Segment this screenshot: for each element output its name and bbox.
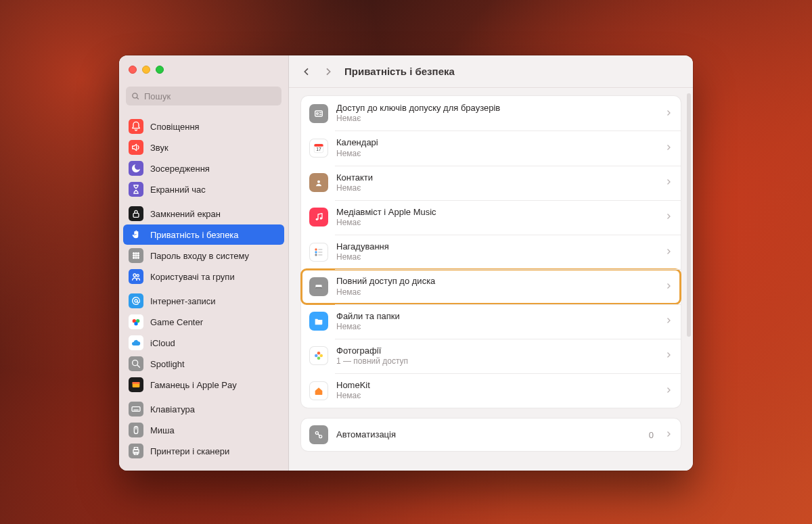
chevron-right-icon	[664, 281, 673, 293]
svg-point-14	[137, 275, 139, 277]
sidebar-item[interactable]: Звук	[123, 137, 284, 158]
sidebar-group: Замкнений екранПриватність і безпекаПаро…	[123, 204, 284, 287]
sidebar-item[interactable]: iCloud	[123, 333, 284, 353]
row-title: Доступ до ключів допуску для браузерів	[336, 103, 656, 114]
settings-row[interactable]: Фотографії1 — повний доступ	[301, 339, 681, 373]
svg-line-1	[137, 97, 139, 99]
settings-row[interactable]: 17КалендаріНемає	[301, 130, 681, 165]
svg-point-51	[315, 354, 318, 358]
row-text: Медіавміст і Apple MusicНемає	[336, 207, 656, 228]
search-icon	[129, 356, 143, 371]
row-subtitle: Немає	[336, 252, 656, 262]
folder-icon	[309, 312, 328, 331]
sidebar-item[interactable]: Замкнений екран	[123, 204, 284, 224]
wallet-icon	[129, 377, 143, 392]
row-title: Контакти	[336, 172, 656, 183]
svg-point-37	[317, 181, 320, 183]
settings-row[interactable]: Повний доступ до дискаНемає	[301, 269, 681, 304]
nav-back-button[interactable]	[298, 64, 315, 80]
sidebar-item-label: Замкнений екран	[150, 209, 279, 219]
svg-rect-28	[134, 448, 137, 450]
sidebar-item[interactable]: Гаманець і Apple Pay	[123, 375, 284, 395]
sidebar-item-label: Звук	[150, 143, 279, 153]
sidebar-item[interactable]: Клавіатура	[123, 399, 284, 419]
svg-text:17: 17	[316, 147, 321, 151]
settings-panel: Автоматизація0	[301, 419, 681, 451]
chevron-right-icon	[323, 66, 334, 77]
content-header: Приватність і безпека	[289, 55, 693, 88]
sidebar-item[interactable]: Миша	[123, 420, 284, 440]
sidebar-item[interactable]: Принтери і сканери	[123, 441, 284, 461]
sidebar-item-label: Принтери і сканери	[150, 446, 279, 456]
users-icon	[129, 269, 143, 284]
sidebar-item[interactable]: Spotlight	[123, 354, 284, 374]
svg-point-18	[134, 322, 137, 325]
bell-icon	[129, 119, 143, 134]
nav-forward-button[interactable]	[320, 64, 336, 80]
sidebar-item-label: Spotlight	[150, 359, 279, 369]
svg-point-50	[317, 357, 321, 360]
sidebar-item[interactable]: Екранний час	[123, 179, 284, 199]
settings-row[interactable]: Доступ до ключів допуску для браузерівНе…	[301, 96, 681, 130]
printer-icon	[129, 444, 143, 458]
row-subtitle: Немає	[336, 114, 656, 124]
disk-icon	[309, 277, 328, 296]
row-title: Медіавміст і Apple Music	[336, 207, 656, 218]
sidebar-item[interactable]: Приватність і безпека	[123, 224, 284, 245]
sidebar-item[interactable]: Зосередження	[123, 158, 284, 178]
search-icon	[131, 92, 140, 101]
svg-point-11	[135, 257, 137, 258]
settings-row[interactable]: НагадуванняНемає	[301, 235, 681, 269]
sidebar-item[interactable]: Game Center	[123, 312, 284, 332]
chevron-right-icon	[664, 350, 673, 362]
sidebar-group: СповіщенняЗвукЗосередженняЕкранний час	[123, 116, 284, 199]
sidebar-list: СповіщенняЗвукЗосередженняЕкранний часЗа…	[119, 112, 288, 471]
chevron-right-icon	[664, 315, 673, 327]
zoom-window-button[interactable]	[156, 66, 164, 74]
sidebar-group: КлавіатураМишаПринтери і сканери	[123, 399, 284, 461]
content-area: Приватність і безпека Доступ до ключів д…	[288, 55, 693, 471]
home-icon	[309, 381, 328, 400]
svg-point-49	[320, 354, 323, 358]
row-text: HomeKitНемає	[336, 380, 656, 401]
sidebar-item-label: Інтернет-записи	[150, 296, 279, 306]
row-text: КонтактиНемає	[336, 172, 656, 193]
sidebar-item-label: Game Center	[150, 317, 279, 327]
keyboard-icon	[129, 402, 143, 416]
row-text: Фотографії1 — повний доступ	[336, 346, 656, 366]
row-subtitle: Немає	[336, 149, 656, 159]
sidebar-item-label: Гаманець і Apple Pay	[150, 380, 279, 390]
svg-rect-47	[315, 287, 321, 289]
sidebar-item[interactable]: Інтернет-записи	[123, 291, 284, 311]
sidebar-item[interactable]: Пароль входу в систему	[123, 245, 284, 266]
photos-icon	[309, 346, 328, 365]
settings-row[interactable]: Файли та папкиНемає	[301, 304, 681, 339]
row-subtitle: 1 — повний доступ	[336, 356, 656, 366]
row-subtitle: Немає	[336, 322, 656, 332]
settings-row[interactable]: Медіавміст і Apple MusicНемає	[301, 200, 681, 235]
sidebar-item[interactable]: Сповіщення	[123, 116, 284, 137]
at-icon	[129, 293, 143, 308]
sidebar-item-label: iCloud	[150, 338, 279, 348]
svg-point-40	[315, 248, 317, 250]
svg-point-41	[315, 251, 317, 253]
svg-point-19	[133, 360, 138, 366]
settings-row[interactable]: HomeKitНемає	[301, 373, 681, 408]
svg-rect-22	[133, 382, 140, 384]
row-subtitle: Немає	[336, 183, 656, 193]
close-window-button[interactable]	[129, 66, 137, 74]
scrollbar[interactable]	[687, 93, 691, 337]
system-settings-window: Пошук СповіщенняЗвукЗосередженняЕкранний…	[119, 55, 693, 471]
sidebar-item[interactable]: Користувачі та групи	[123, 266, 284, 287]
svg-point-7	[133, 255, 135, 256]
settings-row[interactable]: Автоматизація0	[301, 419, 681, 451]
row-text: Доступ до ключів допуску для браузерівНе…	[336, 103, 656, 124]
row-title: Календарі	[336, 137, 656, 148]
sidebar-item-label: Екранний час	[150, 185, 279, 195]
minimize-window-button[interactable]	[142, 66, 150, 74]
search-input[interactable]: Пошук	[126, 87, 281, 105]
sidebar-item-label: Користувачі та групи	[150, 272, 279, 282]
row-title: Файли та папки	[336, 311, 656, 322]
chevron-right-icon	[664, 176, 673, 189]
settings-row[interactable]: КонтактиНемає	[301, 166, 681, 200]
